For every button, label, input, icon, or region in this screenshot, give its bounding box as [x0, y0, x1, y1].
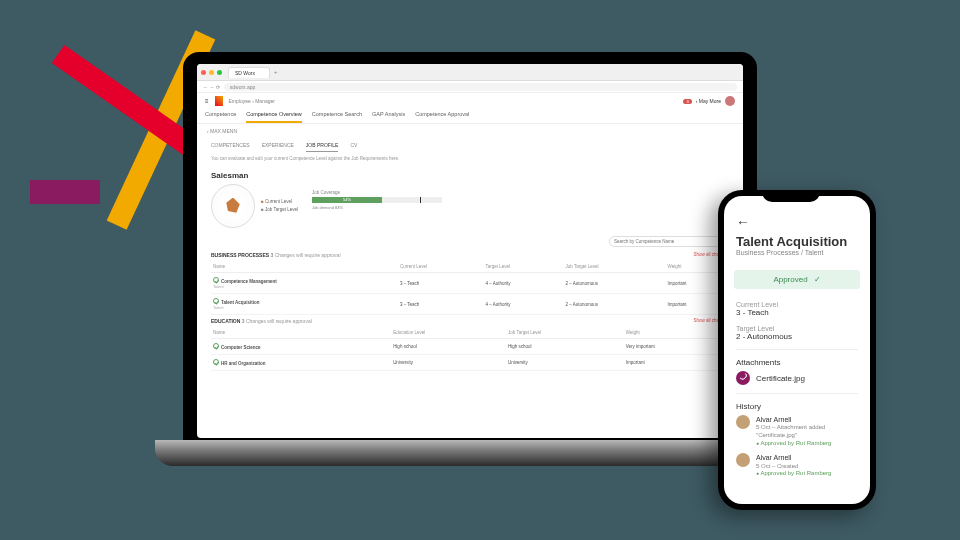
back-link[interactable]: ‹ MAX MENN [197, 124, 743, 138]
tab-competence-overview[interactable]: Competence Overview [246, 111, 302, 123]
status-ok-icon [213, 277, 219, 283]
history-section: History Alvar Arnell5 Oct – Attachment a… [724, 398, 870, 488]
target-level: Target Level 2 - Autonomous [724, 321, 870, 345]
table-row[interactable]: Talent AcquisitionTalent3 – Teach4 – Aut… [211, 294, 729, 315]
subtab-experience[interactable]: EXPERIENCE [262, 142, 294, 152]
avatar [736, 415, 750, 429]
job-panel: Salesman Current Level Job Target Level … [197, 165, 743, 234]
close-icon[interactable] [201, 70, 206, 75]
coverage-bar-fill: 54% [312, 197, 382, 203]
avatar [736, 453, 750, 467]
tab-competence[interactable]: Competence [205, 111, 236, 123]
browser-tab[interactable]: SD Worx [228, 67, 270, 78]
radar-chart [211, 184, 255, 228]
tab-gap-analysis[interactable]: GAP Analysis [372, 111, 405, 123]
approved-badge: Approved✓ [734, 270, 860, 289]
maximize-icon[interactable] [217, 70, 222, 75]
menu-icon[interactable]: ≡ [205, 98, 209, 104]
phone-app: ← Talent Acquisition Business Processes … [724, 196, 870, 504]
radar-legend: Current Level Job Target Level [261, 198, 298, 214]
search-input[interactable] [609, 236, 729, 247]
browser-chrome: SD Worx + [197, 64, 743, 81]
back-icon[interactable]: ← [736, 214, 858, 230]
table-row[interactable]: Competence ManagementTalent3 – Teach4 – … [211, 273, 729, 294]
job-title: Salesman [211, 171, 298, 180]
new-tab-icon[interactable]: + [274, 69, 278, 75]
app-window: SD Worx + ← → ⟳ sdworx.app ≡ Employee › … [197, 64, 743, 438]
table-row[interactable]: HR and OrganizationUniversityUniversityI… [211, 355, 729, 371]
history-item: Alvar Arnell5 Oct – Attachment added "Ce… [736, 415, 858, 447]
attachment-file[interactable]: Certificate.jpg [736, 371, 858, 385]
phone-title: Talent Acquisition [736, 234, 858, 249]
job-coverage: Job Coverage 54% Job demand 83% [312, 190, 729, 210]
primary-tabs: CompetenceCompetence OverviewCompetence … [197, 109, 743, 124]
tab-competence-approval[interactable]: Competence Approval [415, 111, 469, 123]
attachments-section: Attachments Certificate.jpg [724, 354, 870, 389]
current-level: Current Level 3 - Teach [724, 297, 870, 321]
status-ok-icon [213, 359, 219, 365]
section-header: EDUCATION 3 Changes will require approva… [211, 318, 312, 324]
attachment-icon [736, 371, 750, 385]
url-bar[interactable]: ← → ⟳ sdworx.app [197, 81, 743, 93]
notification-badge: 3 [683, 99, 691, 104]
user-menu[interactable]: 3 › May More [683, 96, 735, 106]
phone-subtitle: Business Processes / Talent [736, 249, 858, 256]
subtab-cv[interactable]: CV [350, 142, 357, 152]
header-breadcrumb: Employee › Manager [229, 98, 275, 104]
hint-text: You can evaluate and edit your current C… [197, 152, 743, 165]
history-item: Alvar Arnell5 Oct – CreatedApproved by R… [736, 453, 858, 478]
app-header: ≡ Employee › Manager 3 › May More [197, 93, 743, 109]
phone-mockup: ← Talent Acquisition Business Processes … [718, 190, 876, 510]
subtab-competences[interactable]: COMPETENCES [211, 142, 250, 152]
status-ok-icon [213, 343, 219, 349]
secondary-tabs: COMPETENCESEXPERIENCEJOB PROFILECV [197, 138, 743, 152]
tab-competence-search[interactable]: Competence Search [312, 111, 362, 123]
laptop-mockup: SD Worx + ← → ⟳ sdworx.app ≡ Employee › … [155, 52, 785, 492]
table-row[interactable]: Computer ScienceHigh schoolHigh schoolVe… [211, 339, 729, 355]
check-icon: ✓ [814, 275, 821, 284]
section-header: BUSINESS PROCESSES 3 Changes will requir… [211, 252, 341, 258]
logo-icon [215, 96, 223, 106]
minimize-icon[interactable] [209, 70, 214, 75]
avatar [725, 96, 735, 106]
subtab-job-profile[interactable]: JOB PROFILE [306, 142, 339, 152]
status-ok-icon [213, 298, 219, 304]
